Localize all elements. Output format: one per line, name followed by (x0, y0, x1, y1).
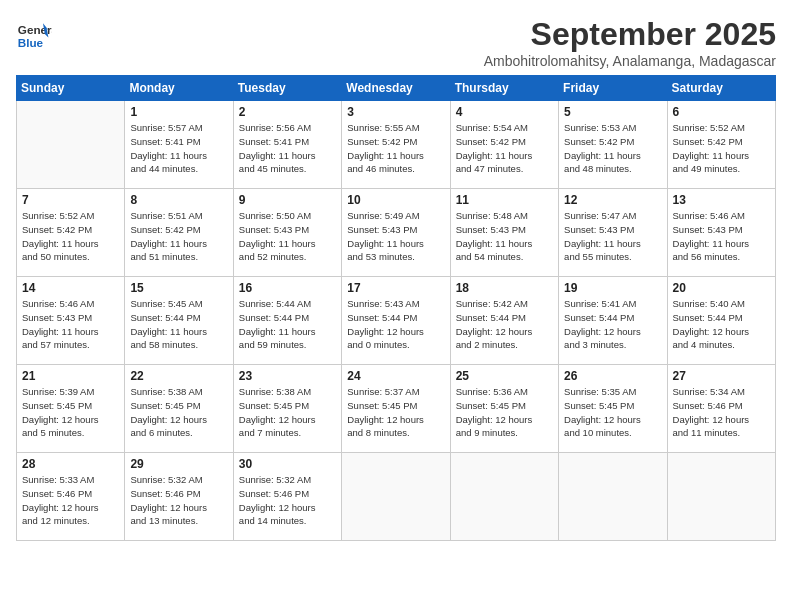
calendar-cell (342, 453, 450, 541)
calendar-cell: 17Sunrise: 5:43 AM Sunset: 5:44 PM Dayli… (342, 277, 450, 365)
day-info: Sunrise: 5:56 AM Sunset: 5:41 PM Dayligh… (239, 121, 336, 176)
day-number: 4 (456, 105, 553, 119)
day-number: 1 (130, 105, 227, 119)
calendar-cell: 3Sunrise: 5:55 AM Sunset: 5:42 PM Daylig… (342, 101, 450, 189)
day-number: 15 (130, 281, 227, 295)
calendar-cell: 2Sunrise: 5:56 AM Sunset: 5:41 PM Daylig… (233, 101, 341, 189)
day-number: 22 (130, 369, 227, 383)
day-header-thursday: Thursday (450, 76, 558, 101)
calendar-cell: 30Sunrise: 5:32 AM Sunset: 5:46 PM Dayli… (233, 453, 341, 541)
day-header-sunday: Sunday (17, 76, 125, 101)
calendar-cell: 12Sunrise: 5:47 AM Sunset: 5:43 PM Dayli… (559, 189, 667, 277)
calendar-cell: 23Sunrise: 5:38 AM Sunset: 5:45 PM Dayli… (233, 365, 341, 453)
day-number: 17 (347, 281, 444, 295)
day-number: 3 (347, 105, 444, 119)
day-header-monday: Monday (125, 76, 233, 101)
calendar-cell: 22Sunrise: 5:38 AM Sunset: 5:45 PM Dayli… (125, 365, 233, 453)
day-info: Sunrise: 5:53 AM Sunset: 5:42 PM Dayligh… (564, 121, 661, 176)
calendar-cell: 4Sunrise: 5:54 AM Sunset: 5:42 PM Daylig… (450, 101, 558, 189)
day-number: 23 (239, 369, 336, 383)
location-subtitle: Ambohitrolomahitsy, Analamanga, Madagasc… (484, 53, 776, 69)
day-number: 16 (239, 281, 336, 295)
day-number: 20 (673, 281, 770, 295)
calendar-cell: 26Sunrise: 5:35 AM Sunset: 5:45 PM Dayli… (559, 365, 667, 453)
day-number: 10 (347, 193, 444, 207)
day-info: Sunrise: 5:36 AM Sunset: 5:45 PM Dayligh… (456, 385, 553, 440)
day-number: 24 (347, 369, 444, 383)
calendar-cell (450, 453, 558, 541)
calendar-cell: 20Sunrise: 5:40 AM Sunset: 5:44 PM Dayli… (667, 277, 775, 365)
calendar-cell: 19Sunrise: 5:41 AM Sunset: 5:44 PM Dayli… (559, 277, 667, 365)
header-row: SundayMondayTuesdayWednesdayThursdayFrid… (17, 76, 776, 101)
logo: General Blue (16, 16, 52, 52)
day-info: Sunrise: 5:42 AM Sunset: 5:44 PM Dayligh… (456, 297, 553, 352)
day-number: 8 (130, 193, 227, 207)
week-row-3: 14Sunrise: 5:46 AM Sunset: 5:43 PM Dayli… (17, 277, 776, 365)
calendar-cell (667, 453, 775, 541)
day-number: 7 (22, 193, 119, 207)
calendar-cell (17, 101, 125, 189)
day-number: 2 (239, 105, 336, 119)
calendar-cell: 24Sunrise: 5:37 AM Sunset: 5:45 PM Dayli… (342, 365, 450, 453)
day-number: 30 (239, 457, 336, 471)
day-info: Sunrise: 5:38 AM Sunset: 5:45 PM Dayligh… (130, 385, 227, 440)
day-info: Sunrise: 5:52 AM Sunset: 5:42 PM Dayligh… (22, 209, 119, 264)
calendar-cell: 21Sunrise: 5:39 AM Sunset: 5:45 PM Dayli… (17, 365, 125, 453)
day-number: 11 (456, 193, 553, 207)
calendar-cell: 29Sunrise: 5:32 AM Sunset: 5:46 PM Dayli… (125, 453, 233, 541)
calendar-cell: 9Sunrise: 5:50 AM Sunset: 5:43 PM Daylig… (233, 189, 341, 277)
day-info: Sunrise: 5:44 AM Sunset: 5:44 PM Dayligh… (239, 297, 336, 352)
week-row-4: 21Sunrise: 5:39 AM Sunset: 5:45 PM Dayli… (17, 365, 776, 453)
calendar-cell: 11Sunrise: 5:48 AM Sunset: 5:43 PM Dayli… (450, 189, 558, 277)
day-number: 18 (456, 281, 553, 295)
calendar-cell: 25Sunrise: 5:36 AM Sunset: 5:45 PM Dayli… (450, 365, 558, 453)
day-info: Sunrise: 5:52 AM Sunset: 5:42 PM Dayligh… (673, 121, 770, 176)
day-number: 28 (22, 457, 119, 471)
page-header: General Blue September 2025 Ambohitrolom… (16, 16, 776, 69)
day-number: 12 (564, 193, 661, 207)
calendar-cell: 8Sunrise: 5:51 AM Sunset: 5:42 PM Daylig… (125, 189, 233, 277)
day-info: Sunrise: 5:37 AM Sunset: 5:45 PM Dayligh… (347, 385, 444, 440)
day-info: Sunrise: 5:55 AM Sunset: 5:42 PM Dayligh… (347, 121, 444, 176)
day-info: Sunrise: 5:48 AM Sunset: 5:43 PM Dayligh… (456, 209, 553, 264)
day-info: Sunrise: 5:47 AM Sunset: 5:43 PM Dayligh… (564, 209, 661, 264)
day-header-tuesday: Tuesday (233, 76, 341, 101)
calendar-cell: 28Sunrise: 5:33 AM Sunset: 5:46 PM Dayli… (17, 453, 125, 541)
day-info: Sunrise: 5:46 AM Sunset: 5:43 PM Dayligh… (673, 209, 770, 264)
day-number: 13 (673, 193, 770, 207)
calendar-cell: 10Sunrise: 5:49 AM Sunset: 5:43 PM Dayli… (342, 189, 450, 277)
svg-text:Blue: Blue (18, 36, 44, 49)
month-title: September 2025 (484, 16, 776, 53)
day-info: Sunrise: 5:32 AM Sunset: 5:46 PM Dayligh… (239, 473, 336, 528)
day-info: Sunrise: 5:40 AM Sunset: 5:44 PM Dayligh… (673, 297, 770, 352)
day-info: Sunrise: 5:34 AM Sunset: 5:46 PM Dayligh… (673, 385, 770, 440)
day-number: 26 (564, 369, 661, 383)
day-info: Sunrise: 5:50 AM Sunset: 5:43 PM Dayligh… (239, 209, 336, 264)
day-number: 25 (456, 369, 553, 383)
day-info: Sunrise: 5:39 AM Sunset: 5:45 PM Dayligh… (22, 385, 119, 440)
day-number: 29 (130, 457, 227, 471)
week-row-1: 1Sunrise: 5:57 AM Sunset: 5:41 PM Daylig… (17, 101, 776, 189)
calendar-cell: 16Sunrise: 5:44 AM Sunset: 5:44 PM Dayli… (233, 277, 341, 365)
day-info: Sunrise: 5:57 AM Sunset: 5:41 PM Dayligh… (130, 121, 227, 176)
day-number: 21 (22, 369, 119, 383)
day-info: Sunrise: 5:41 AM Sunset: 5:44 PM Dayligh… (564, 297, 661, 352)
day-info: Sunrise: 5:45 AM Sunset: 5:44 PM Dayligh… (130, 297, 227, 352)
calendar-cell: 6Sunrise: 5:52 AM Sunset: 5:42 PM Daylig… (667, 101, 775, 189)
day-number: 9 (239, 193, 336, 207)
day-info: Sunrise: 5:35 AM Sunset: 5:45 PM Dayligh… (564, 385, 661, 440)
day-info: Sunrise: 5:54 AM Sunset: 5:42 PM Dayligh… (456, 121, 553, 176)
calendar-cell: 1Sunrise: 5:57 AM Sunset: 5:41 PM Daylig… (125, 101, 233, 189)
day-number: 14 (22, 281, 119, 295)
day-number: 27 (673, 369, 770, 383)
title-block: September 2025 Ambohitrolomahitsy, Anala… (484, 16, 776, 69)
day-number: 5 (564, 105, 661, 119)
day-info: Sunrise: 5:43 AM Sunset: 5:44 PM Dayligh… (347, 297, 444, 352)
logo-icon: General Blue (16, 16, 52, 52)
calendar-cell: 15Sunrise: 5:45 AM Sunset: 5:44 PM Dayli… (125, 277, 233, 365)
day-header-wednesday: Wednesday (342, 76, 450, 101)
calendar-cell: 7Sunrise: 5:52 AM Sunset: 5:42 PM Daylig… (17, 189, 125, 277)
day-header-saturday: Saturday (667, 76, 775, 101)
week-row-2: 7Sunrise: 5:52 AM Sunset: 5:42 PM Daylig… (17, 189, 776, 277)
calendar-cell: 14Sunrise: 5:46 AM Sunset: 5:43 PM Dayli… (17, 277, 125, 365)
